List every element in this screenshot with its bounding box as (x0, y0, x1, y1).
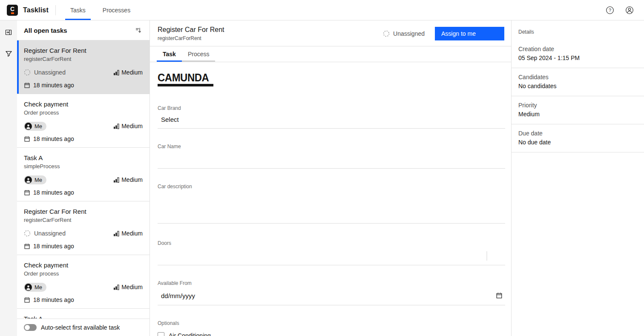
assignment-status: Unassigned (383, 30, 425, 37)
task-assignee-me-pill: Me (24, 175, 46, 184)
task-list-item[interactable]: Task A (17, 309, 150, 319)
details-panel: Details Creation date 05 Sep 2024 - 1:15… (511, 20, 644, 336)
task-assignee-me-pill: Me (24, 122, 46, 131)
calendar-icon (24, 136, 30, 142)
task-panel-header: All open tasks (17, 20, 150, 40)
task-title: Register Car For Rent (24, 207, 143, 215)
priority-medium-icon (113, 284, 120, 290)
task-assignee-label: Me (34, 123, 42, 129)
task-list-item[interactable]: Register Car For Rent registerCarForRent… (17, 40, 150, 94)
task-assignee: Unassigned (24, 69, 66, 76)
task-date-row: 18 minutes ago (24, 189, 143, 196)
task-date-row: 18 minutes ago (24, 296, 143, 303)
nav-tab-processes[interactable]: Processes (94, 0, 139, 20)
task-detail-subtitle: registerCarForRent (158, 35, 224, 41)
car-description-label: Car description (158, 184, 505, 190)
details-section-creation-date: Creation date 05 Sep 2024 - 1:15 PM (512, 40, 644, 68)
doors-label: Doors (158, 240, 505, 246)
task-detail-panel: Register Car For Rent registerCarForRent… (150, 20, 511, 336)
car-brand-select[interactable]: Select (158, 111, 505, 129)
task-meta-row: Me Medium (24, 122, 143, 130)
task-assignee-label: Unassigned (34, 69, 66, 76)
camunda-logo-orange-mark (11, 12, 14, 14)
task-date-label: 18 minutes ago (33, 296, 74, 303)
nav-tab-tasks[interactable]: Tasks (62, 0, 94, 20)
optionals-field: Optionals Air Conditioning Heated Seats (158, 320, 505, 336)
left-rail (0, 20, 17, 336)
priority-value: Medium (518, 111, 637, 118)
number-input-divider (486, 251, 487, 261)
task-process-name: Order process (24, 109, 143, 116)
car-name-field: Car Name (158, 144, 505, 169)
available-from-input[interactable] (158, 292, 496, 299)
task-assignee-label: Unassigned (34, 230, 66, 237)
candidates-label: Candidates (518, 74, 637, 80)
air-conditioning-checkbox[interactable] (158, 332, 164, 336)
candidates-value: No candidates (518, 83, 637, 89)
assignment-status-label: Unassigned (393, 30, 425, 37)
available-from-field: Available From (158, 280, 505, 305)
task-list: Register Car For Rent registerCarForRent… (17, 40, 150, 319)
task-date-label: 18 minutes ago (33, 189, 74, 196)
task-date-label: 18 minutes ago (33, 135, 74, 142)
me-avatar-icon (25, 123, 32, 130)
task-title: Task A (24, 154, 143, 162)
filter-icon (5, 50, 12, 57)
auto-select-toggle-label: Auto-select first available task (41, 324, 120, 331)
user-icon (625, 6, 634, 14)
svg-text:?: ? (609, 8, 611, 13)
header-divider (55, 5, 56, 15)
unassigned-icon (24, 69, 31, 76)
due-date-label: Due date (518, 130, 637, 137)
car-description-field: Car description (158, 184, 505, 225)
doors-input[interactable] (158, 246, 505, 265)
car-name-input[interactable] (158, 149, 505, 169)
nav-tab-tasks-label: Tasks (70, 7, 86, 14)
task-list-item[interactable]: Check payment Order process Me Medium 18… (17, 94, 150, 148)
task-meta-row: Unassigned Medium (24, 68, 143, 77)
sort-tasks-button[interactable] (133, 25, 144, 35)
task-meta-row: Unassigned Medium (24, 229, 143, 238)
tab-task[interactable]: Task (157, 46, 182, 62)
task-list-item[interactable]: Check payment Order process Me Medium 18… (17, 255, 150, 309)
me-avatar-icon (25, 284, 32, 291)
app-header: C Tasklist Tasks Processes ? (0, 0, 644, 20)
help-button[interactable]: ? (603, 3, 617, 17)
brand: C Tasklist (0, 0, 49, 20)
priority-medium-icon (113, 123, 120, 129)
details-panel-title: Details (512, 20, 644, 40)
tab-process[interactable]: Process (182, 46, 216, 62)
task-detail-titles: Register Car For Rent registerCarForRent (158, 26, 224, 41)
calendar-icon (24, 190, 30, 196)
user-profile-button[interactable] (623, 3, 636, 17)
expand-panel-icon (5, 29, 12, 36)
camunda-form-logo-underline (158, 84, 213, 86)
filter-button[interactable] (3, 49, 14, 59)
auto-select-toggle[interactable] (24, 324, 37, 331)
camunda-form-logo: CAMUNDA (158, 72, 213, 86)
doors-field: Doors (158, 240, 505, 265)
task-list-item[interactable]: Task A simpleProcess Me Medium 18 minute… (17, 148, 150, 201)
task-process-name: registerCarForRent (24, 56, 143, 63)
app-title: Tasklist (23, 6, 49, 14)
calendar-icon (24, 297, 30, 303)
header-nav: Tasks Processes (62, 0, 139, 20)
task-meta-row: Me Medium (24, 283, 143, 291)
task-title: Check payment (24, 100, 143, 108)
task-list-item[interactable]: Register Car For Rent registerCarForRent… (17, 201, 150, 255)
me-avatar-icon (25, 176, 32, 184)
task-panel: All open tasks Register Car For Rent reg… (17, 20, 150, 336)
car-description-input[interactable] (158, 190, 505, 224)
toggle-knob (25, 325, 30, 330)
task-process-name: Order process (24, 270, 143, 277)
header-actions: ? (603, 3, 644, 17)
sort-descending-icon (135, 27, 142, 34)
date-picker-calendar-icon[interactable] (496, 292, 503, 299)
details-section-due-date: Due date No due date (512, 124, 644, 152)
assign-to-me-button[interactable]: Assign to me (435, 27, 504, 40)
priority-medium-icon (113, 69, 120, 76)
task-assignee-label: Me (34, 284, 42, 290)
task-priority-label: Medium (121, 284, 143, 290)
air-conditioning-label: Air Conditioning (169, 332, 211, 336)
expand-panel-button[interactable] (3, 27, 14, 37)
